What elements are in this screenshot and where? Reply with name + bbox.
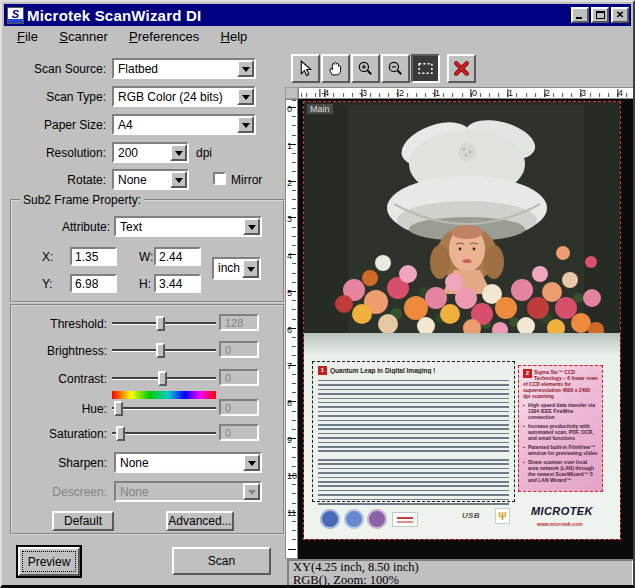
menu-scanner[interactable]: Scanner xyxy=(50,26,116,46)
x-field[interactable]: 1.35 xyxy=(70,247,117,266)
contrast-value: 0 xyxy=(219,369,259,386)
brightness-value: 0 xyxy=(219,341,259,358)
resolution-select[interactable]: 200 xyxy=(112,142,189,163)
menu-file[interactable]: File xyxy=(8,26,47,46)
delete-icon xyxy=(453,60,470,77)
scan-type-select[interactable]: RGB Color (24 bits) xyxy=(112,86,256,107)
chevron-down-icon[interactable] xyxy=(237,88,254,105)
default-button[interactable]: Default xyxy=(52,511,114,531)
preview-canvas[interactable]: 1 Quantum Leap in Digital Imaging ! 2 Si… xyxy=(298,99,634,559)
marker-2: 2 xyxy=(523,369,532,378)
close-button[interactable]: ✕ xyxy=(611,7,629,23)
frame-property-group-label: Sub2 Frame Property: xyxy=(20,193,144,207)
rotate-select[interactable]: None xyxy=(112,169,189,190)
h-field[interactable]: 3.44 xyxy=(154,274,201,293)
award-badge-icon xyxy=(367,509,387,529)
scan-button[interactable]: Scan xyxy=(172,547,271,575)
horizontal-ruler: -4 -3 -2 -1 0 1 2 3 4 xyxy=(298,87,634,99)
menu-preferences[interactable]: Preferences xyxy=(120,26,208,46)
pointer-tool-button[interactable] xyxy=(291,54,320,83)
delete-frame-button[interactable] xyxy=(447,54,476,83)
app-logo-icon: S xyxy=(7,7,24,24)
paragraph-lines xyxy=(318,459,509,507)
chevron-down-icon[interactable] xyxy=(237,60,254,77)
y-field[interactable]: 6.98 xyxy=(70,274,117,293)
chevron-down-icon[interactable] xyxy=(243,218,260,235)
sidebar-bullet: Patented built-in FilmView™ window for p… xyxy=(523,444,598,456)
award-badge-icon xyxy=(344,509,364,529)
ruler-label: 9 xyxy=(287,435,292,445)
paper-size-select[interactable]: A4 xyxy=(112,114,256,135)
ruler-label: 8 xyxy=(287,398,292,408)
h-label: H: xyxy=(139,277,151,291)
award-badge-icon xyxy=(392,512,418,527)
ruler-corner xyxy=(285,87,298,99)
threshold-slider-thumb[interactable] xyxy=(156,316,165,331)
advanced-button[interactable]: Advanced... xyxy=(166,511,234,531)
photo-art xyxy=(304,102,621,333)
hue-gradient-bar xyxy=(112,391,216,399)
ruler-label: 4 xyxy=(618,88,623,98)
ruler-label: 10 xyxy=(287,471,297,481)
zoom-out-icon xyxy=(387,60,404,77)
preview-button[interactable]: Preview xyxy=(16,545,82,578)
main-selection-frame[interactable]: 1 Quantum Leap in Digital Imaging ! 2 Si… xyxy=(303,101,621,540)
chevron-down-icon xyxy=(243,483,260,500)
ruler-label: 7 xyxy=(287,361,292,371)
scan-source-select[interactable]: Flatbed xyxy=(112,58,256,79)
y-label: Y: xyxy=(42,277,53,291)
chevron-down-icon[interactable] xyxy=(170,171,187,188)
ruler-label: -4 xyxy=(321,88,329,98)
chevron-down-icon[interactable] xyxy=(242,259,259,278)
hue-slider[interactable] xyxy=(112,407,216,410)
ruler-label: 1 xyxy=(287,141,292,151)
contrast-slider-thumb[interactable] xyxy=(158,371,167,386)
zoom-out-tool-button[interactable] xyxy=(381,54,410,83)
title-bar[interactable]: S Microtek ScanWizard DI ✕ xyxy=(4,4,631,26)
contrast-slider[interactable] xyxy=(112,377,216,380)
sub2-selection-frame[interactable]: 2 Sigma Six™ CCD Technology – 6 linear r… xyxy=(518,365,603,492)
ruler-label: 0 xyxy=(287,104,292,114)
mirror-label: Mirror xyxy=(231,173,262,187)
ruler-label: -2 xyxy=(396,88,404,98)
descreen-select: None xyxy=(114,481,262,502)
chevron-down-icon[interactable] xyxy=(243,454,260,471)
main-frame-label: Main xyxy=(307,104,333,114)
chevron-down-icon[interactable] xyxy=(237,116,254,133)
microtek-logo: MICROTEK xyxy=(531,505,593,517)
marquee-tool-button[interactable] xyxy=(411,54,440,83)
threshold-slider[interactable] xyxy=(112,322,216,325)
app-window: S Microtek ScanWizard DI ✕ File Scanner … xyxy=(0,0,635,588)
hue-slider-thumb[interactable] xyxy=(114,401,123,416)
zoom-in-icon xyxy=(357,60,374,77)
unit-select[interactable]: inch xyxy=(212,257,261,280)
brightness-slider[interactable] xyxy=(112,349,216,352)
brightness-slider-thumb[interactable] xyxy=(156,343,165,358)
minimize-icon xyxy=(576,17,582,19)
pan-tool-button[interactable] xyxy=(321,54,350,83)
zoom-in-tool-button[interactable] xyxy=(351,54,380,83)
attribute-label: Attribute: xyxy=(20,220,110,234)
maximize-button[interactable] xyxy=(591,7,609,23)
mirror-checkbox[interactable] xyxy=(213,172,226,185)
menu-help[interactable]: Help xyxy=(212,26,257,46)
ad-text-block[interactable]: 1 Quantum Leap in Digital Imaging ! xyxy=(312,361,515,502)
vertical-ruler: 0 1 2 3 4 5 6 7 8 9 10 11 xyxy=(285,99,298,559)
saturation-slider-thumb[interactable] xyxy=(116,426,125,441)
focus-outline xyxy=(22,551,76,572)
close-icon: ✕ xyxy=(616,9,624,20)
chevron-down-icon[interactable] xyxy=(170,144,187,161)
w-field[interactable]: 2.44 xyxy=(154,247,201,266)
ruler-label: 6 xyxy=(287,325,292,335)
hue-value: 0 xyxy=(219,399,259,416)
saturation-slider[interactable] xyxy=(112,432,216,435)
window-title: Microtek ScanWizard DI xyxy=(27,7,569,24)
ad-headline: Quantum Leap in Digital Imaging ! xyxy=(330,367,435,374)
sharpen-select[interactable]: None xyxy=(114,452,262,473)
marker-1: 1 xyxy=(318,366,327,375)
marquee-icon xyxy=(417,60,434,77)
sidebar-title: Sigma Six™ CCD Technology – 6 linear row… xyxy=(523,369,598,399)
menu-bar: File Scanner Preferences Help xyxy=(4,26,631,47)
minimize-button[interactable] xyxy=(571,7,589,23)
attribute-select[interactable]: Text xyxy=(114,216,262,237)
